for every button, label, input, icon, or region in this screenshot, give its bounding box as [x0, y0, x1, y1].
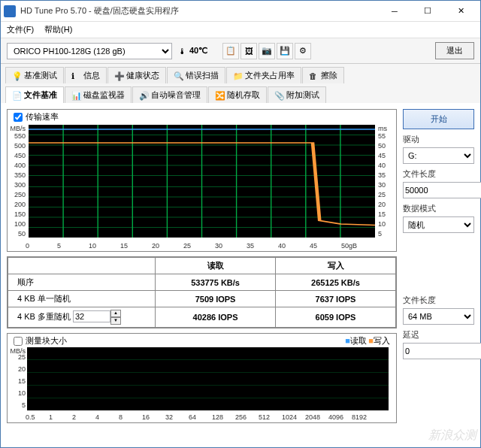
window-title: HD Tune Pro 5.70 - 硬盘/固态硬盘实用程序 — [20, 5, 378, 17]
tab-benchmark[interactable]: 💡基准测试 — [5, 67, 64, 84]
monitor-icon: 📊 — [71, 91, 80, 100]
drive-select[interactable]: ORICO PH100-128G (128 gB) — [7, 43, 172, 59]
extra-icon: 📎 — [274, 91, 283, 100]
data-mode-label: 数据模式 — [403, 203, 474, 214]
block-size-chart: 测量块大小 ■读取 ■写入 MB/s 252015105 0.512481632… — [7, 333, 397, 423]
tab-random-access[interactable]: 🔀随机存取 — [208, 86, 267, 104]
transfer-rate-chart: 传输速率 MB/s ms 550500450400350300250200150… — [7, 109, 397, 252]
delay-label: 延迟 — [403, 329, 474, 341]
watermark: 新浪众测 — [428, 428, 476, 443]
row-sequential: 顺序533775 KB/s265125 KB/s — [8, 274, 396, 291]
app-icon — [4, 5, 16, 17]
transfer-rate-checkbox[interactable] — [14, 113, 23, 122]
file-length-label: 文件长度 — [403, 168, 474, 180]
tab-error-scan[interactable]: 🔍错误扫描 — [167, 67, 225, 84]
col-read: 读取 — [156, 258, 276, 274]
tool-icon-1[interactable]: 📋 — [222, 43, 239, 59]
row-4kb-single: 4 KB 单一随机7509 IOPS7637 IOPS — [8, 291, 396, 307]
block-size-checkbox[interactable] — [14, 337, 23, 346]
tab-aam[interactable]: 🔊自动噪音管理 — [132, 86, 207, 104]
file-length2-select[interactable]: 64 MB — [403, 308, 474, 325]
delay-input[interactable] — [403, 343, 481, 359]
chart2-legend: ■读取 ■写入 — [345, 335, 390, 347]
tool-icon-5[interactable]: ⚙ — [295, 43, 311, 59]
y-axis-unit: MB/s — [9, 125, 26, 132]
titlebar: HD Tune Pro 5.70 - 硬盘/固态硬盘实用程序 ─ ☐ ✕ — [1, 1, 480, 22]
file-length2-label: 文件长度 — [403, 295, 474, 306]
start-button[interactable]: 开始 — [403, 109, 474, 129]
temperature-value: 40℃ — [189, 46, 207, 56]
folder-icon: 📁 — [233, 71, 242, 80]
menu-help[interactable]: 帮助(H) — [44, 24, 72, 35]
data-mode-select[interactable]: 随机 — [403, 216, 474, 233]
tabs-row-2: 📄文件基准 📊磁盘监视器 🔊自动噪音管理 🔀随机存取 📎附加测试 — [1, 83, 480, 103]
tab-file-benchmark[interactable]: 📄文件基准 — [5, 86, 64, 104]
menubar: 文件(F) 帮助(H) — [1, 22, 480, 38]
tab-erase[interactable]: 🗑擦除 — [302, 67, 344, 84]
sound-icon: 🔊 — [139, 91, 148, 100]
drive-letter-select[interactable]: G: — [403, 147, 474, 164]
file-icon: 📄 — [12, 91, 21, 100]
minimize-button[interactable]: ─ — [378, 2, 411, 21]
chart1-canvas — [29, 125, 375, 238]
health-icon: ➕ — [114, 71, 123, 80]
tab-info[interactable]: ℹ信息 — [65, 67, 107, 84]
block-size-label: 测量块大小 — [26, 335, 67, 347]
row-4kb-multi: 4 KB 多重随机 ▲▼40286 IOPS6059 IOPS — [8, 307, 396, 328]
queue-depth-input[interactable] — [73, 310, 110, 322]
random-icon: 🔀 — [215, 91, 224, 100]
close-button[interactable]: ✕ — [444, 2, 477, 21]
erase-icon: 🗑 — [309, 71, 318, 80]
scan-icon: 🔍 — [174, 71, 183, 80]
y-axis-unit-right: ms — [378, 125, 395, 132]
col-write: 写入 — [276, 258, 396, 274]
info-icon: ℹ — [71, 71, 80, 80]
tool-icon-3[interactable]: 📷 — [259, 43, 275, 59]
bulb-icon: 💡 — [12, 71, 21, 80]
tab-health[interactable]: ➕健康状态 — [107, 67, 166, 84]
side-panel: 开始 驱动 G: 文件长度 ▲▼ MB 数据模式 随机 文件长度 64 MB — [403, 109, 474, 441]
tab-folder-usage[interactable]: 📁文件夹占用率 — [226, 67, 301, 84]
exit-button[interactable]: 退出 — [435, 42, 474, 59]
maximize-button[interactable]: ☐ — [411, 2, 444, 21]
chart2-canvas — [27, 347, 389, 410]
tab-disk-monitor[interactable]: 📊磁盘监视器 — [65, 86, 132, 104]
results-table: 读取写入 顺序533775 KB/s265125 KB/s 4 KB 单一随机7… — [7, 256, 397, 328]
spin-down[interactable]: ▼ — [110, 317, 121, 325]
file-length-input[interactable] — [403, 182, 481, 198]
toolbar: ORICO PH100-128G (128 gB) 🌡 40℃ 📋 🖼 📷 💾 … — [1, 38, 480, 64]
tool-icon-4[interactable]: 💾 — [277, 43, 293, 59]
spin-up[interactable]: ▲ — [110, 310, 121, 317]
thermometer-icon: 🌡 — [178, 47, 186, 56]
transfer-rate-label: 传输速率 — [26, 111, 59, 123]
tabs-row-1: 💡基准测试 ℹ信息 ➕健康状态 🔍错误扫描 📁文件夹占用率 🗑擦除 — [1, 64, 480, 83]
menu-file[interactable]: 文件(F) — [7, 24, 34, 35]
tab-extra[interactable]: 📎附加测试 — [268, 86, 326, 104]
drive-label: 驱动 — [403, 134, 474, 145]
tool-icon-2[interactable]: 🖼 — [240, 43, 257, 59]
temperature: 🌡 40℃ — [178, 46, 207, 56]
